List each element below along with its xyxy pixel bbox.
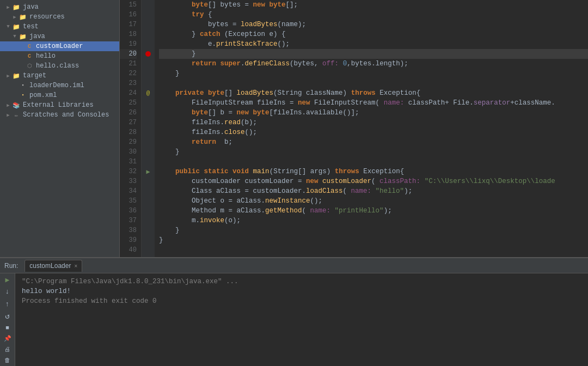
console-line-2: hello world! [22,286,581,296]
bottom-tab-customloader[interactable]: customLoader × [24,260,82,272]
gutter-line-breakpoint[interactable] [142,49,155,59]
gutter-line [142,137,155,147]
gutter-line [142,78,155,88]
tree-arrow: ▶ [4,73,12,79]
breakpoint-marker [145,51,151,57]
sidebar-item-label: External Libraries [23,101,94,109]
line-num: 35 [120,196,137,206]
scroll-down-button[interactable]: ↓ [2,288,13,296]
xml-icon: ▪ [19,91,27,99]
tree-arrow: ▼ [4,24,12,29]
sidebar-item-java[interactable]: ▶ 📁 java [0,2,119,12]
scroll-up-button[interactable]: ↑ [2,300,13,308]
gutter-line [142,186,155,196]
print-button[interactable]: 🖨 [2,346,13,353]
sidebar-item-customloader[interactable]: C customLoader [0,41,119,51]
java-class-icon: C [25,42,34,50]
sidebar-item-iml[interactable]: ▪ loaderDemo.iml [0,81,119,90]
sidebar-item-test-java[interactable]: ▼ 📁 java [0,32,119,41]
stop-button[interactable]: ■ [2,324,13,332]
editor-gutter: @ ▶ [142,0,155,257]
run-button[interactable]: ▶ [2,276,13,284]
sidebar-item-label: pom.xml [29,91,57,99]
code-line: } catch (Exception e) { [159,29,588,39]
gutter-line [142,127,155,137]
line-num: 29 [120,137,137,147]
sidebar-item-label: java [23,3,39,11]
code-line: e.printStackTrace(); [159,39,588,49]
sidebar-item-hello[interactable]: C hello [0,51,119,61]
code-line: FileInputStream fileIns = new FileInputS… [159,98,588,108]
line-num: 19 [120,39,137,49]
code-line: m.invoke(o); [159,216,588,225]
folder-icon: 📁 [19,13,27,21]
gutter-line: @ [142,88,155,98]
sidebar-item-hello-class[interactable]: ⬡ hello.class [0,61,119,71]
gutter-line-run[interactable]: ▶ [142,167,155,176]
code-line [159,245,588,255]
tree-arrow: ▶ [4,112,12,118]
scratch-icon: ✏ [12,111,21,119]
tab-label: customLoader [29,262,71,270]
folder-icon: 📁 [12,23,21,30]
bottom-content: ▶ ↓ ↑ ↺ ■ 📌 🖨 🗑 "C:\Program Files\Java\j… [0,273,588,366]
code-line: } [159,235,588,245]
code-line: fileIns.close(); [159,127,588,137]
sidebar-item-pom[interactable]: ▪ pom.xml [0,90,119,100]
line-num: 28 [120,127,137,137]
gutter-line [142,29,155,39]
run-label: Run: [4,262,18,270]
pin-button[interactable]: 📌 [2,335,13,343]
gutter-line [142,176,155,186]
line-num: 38 [120,225,137,235]
gutter-line [142,216,155,225]
sidebar-item-label: java [29,33,45,40]
code-editor[interactable]: byte[] bytes = new byte[]; try { bytes =… [155,0,588,257]
gutter-line [142,118,155,127]
line-num: 27 [120,118,137,127]
code-line: public static void main(String[] args) t… [159,167,588,176]
code-line: bytes = loadBytes(name); [159,20,588,29]
bottom-panel: Run: customLoader × ▶ ↓ ↑ ↺ ■ 📌 🖨 🗑 "C:\… [0,257,588,366]
editor-area: 15 16 17 18 19 20 21 22 23 24 25 26 27 2… [120,0,588,257]
code-line: byte[] b = new byte[fileIns.available()]… [159,108,588,118]
code-line: Method m = aClass.getMethod( name: "prin… [159,206,588,216]
gutter-line [142,245,155,255]
code-line [159,78,588,88]
gutter-line [142,20,155,29]
line-num: 23 [120,78,137,88]
code-line: private byte[] loadBytes(String classNam… [159,88,588,98]
line-num: 33 [120,176,137,186]
gutter-line [142,69,155,78]
sidebar-item-resources[interactable]: ▶ 📁 resources [0,12,119,22]
line-num: 31 [120,157,137,167]
sidebar-item-test[interactable]: ▼ 📁 test [0,22,119,32]
console-line-1: "C:\Program Files\Java\jdk1.8.0_231\bin\… [22,277,581,286]
line-num: 22 [120,69,137,78]
iml-icon: ▪ [19,82,27,89]
code-line: customLoader customLoader = new customLo… [159,176,588,186]
folder-icon: 📁 [12,3,21,11]
folder-icon: 📁 [12,72,21,80]
sidebar-item-label: loaderDemo.iml [29,82,84,89]
sidebar-item-label: hello [36,52,56,60]
line-num: 39 [120,235,137,245]
sidebar-item-external-libraries[interactable]: ▶ 📚 External Libraries [0,100,119,110]
console-line-4: Process finished with exit code 0 [22,296,581,306]
line-num: 34 [120,186,137,196]
gutter-line [142,59,155,69]
tab-close-icon[interactable]: × [74,263,77,269]
code-line: fileIns.read(b); [159,118,588,127]
sidebar-item-target[interactable]: ▶ 📁 target [0,71,119,81]
bottom-tabs: Run: customLoader × [0,258,588,273]
code-line-highlighted: } [159,49,588,59]
trash-button[interactable]: 🗑 [2,356,13,364]
rerun-button[interactable]: ↺ [2,312,13,321]
gutter-line [142,206,155,216]
sidebar-item-scratches[interactable]: ▶ ✏ Scratches and Consoles [0,110,119,120]
library-icon: 📚 [12,101,21,109]
tree-arrow: ▶ [4,102,12,108]
gutter-line [142,108,155,118]
console-output: "C:\Program Files\Java\jdk1.8.0_231\bin\… [15,273,588,366]
line-numbers: 15 16 17 18 19 20 21 22 23 24 25 26 27 2… [120,0,142,257]
